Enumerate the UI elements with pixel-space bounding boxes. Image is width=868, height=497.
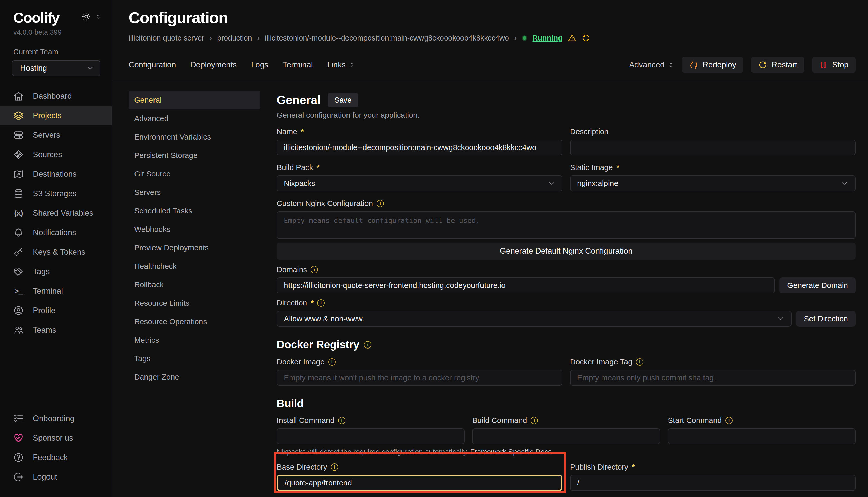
sidebar-item-sources[interactable]: Sources (0, 145, 112, 165)
warning-triangle-icon[interactable] (568, 33, 576, 42)
nixpacks-note: Nixpacks will detect the required config… (277, 448, 856, 455)
subnav-item-metrics[interactable]: Metrics (128, 331, 260, 349)
subnav-item-preview-deployments[interactable]: Preview Deployments (128, 239, 260, 257)
breadcrumb-environment[interactable]: production (217, 34, 252, 42)
buildpack-staticimage-row: Build Pack * Nixpacks Static Image * (277, 155, 856, 191)
sidebar-footer: Onboarding Sponsor us Feedback Logout (0, 409, 112, 487)
direction-select[interactable]: Allow www & non-www. (277, 311, 791, 327)
generate-nginx-button[interactable]: Generate Default Nginx Configuration (277, 243, 856, 259)
theme-select-chevrons-icon[interactable] (95, 13, 101, 20)
sidebar-item-dashboard[interactable]: Dashboard (0, 86, 112, 106)
select-value: Allow www & non-www. (284, 314, 364, 323)
build-command-field: Build Command (472, 410, 660, 444)
stop-button[interactable]: Stop (812, 57, 856, 73)
docker-image-input[interactable] (277, 370, 562, 386)
sidebar-item-feedback[interactable]: Feedback (0, 448, 112, 467)
advanced-label: Advanced (629, 60, 664, 70)
advanced-dropdown[interactable]: Advanced (629, 60, 674, 70)
tab-logs[interactable]: Logs (251, 60, 268, 70)
required-marker: * (301, 127, 304, 136)
set-direction-button[interactable]: Set Direction (796, 311, 856, 327)
base-directory-input[interactable] (277, 475, 562, 491)
subnav-item-resource-limits[interactable]: Resource Limits (128, 294, 260, 312)
docker-image-tag-input[interactable] (570, 370, 856, 386)
sidebar-item-terminal[interactable]: >_ Terminal (0, 281, 112, 301)
sidebar-item-profile[interactable]: Profile (0, 301, 112, 320)
subnav-item-advanced[interactable]: Advanced (128, 109, 260, 128)
sidebar-item-s3-storages[interactable]: S3 Storages (0, 184, 112, 203)
map-icon (13, 169, 24, 180)
name-input[interactable] (277, 140, 562, 155)
domains-input[interactable] (277, 278, 775, 293)
build-pack-select[interactable]: Nixpacks (277, 175, 562, 191)
start-command-input[interactable] (668, 428, 856, 444)
subnav-item-git-source[interactable]: Git Source (128, 165, 260, 183)
subnav-item-scheduled-tasks[interactable]: Scheduled Tasks (128, 202, 260, 220)
select-value: Nixpacks (284, 179, 315, 188)
sidebar-item-destinations[interactable]: Destinations (0, 165, 112, 184)
subnav-item-general[interactable]: General (128, 91, 260, 109)
subnav-item-servers[interactable]: Servers (128, 183, 260, 202)
redeploy-button[interactable]: Redeploy (682, 57, 743, 73)
sun-icon[interactable] (82, 12, 91, 21)
nginx-config-textarea[interactable] (277, 211, 856, 239)
nginx-config-label: Custom Nginx Configuration (277, 199, 856, 208)
tab-label: Deployments (190, 60, 237, 70)
build-commands-row: Install Command Build Command (277, 410, 856, 444)
sidebar-item-servers[interactable]: Servers (0, 125, 112, 145)
generate-domain-button[interactable]: Generate Domain (780, 278, 856, 293)
subnav-item-healthcheck[interactable]: Healthcheck (128, 257, 260, 275)
tab-terminal[interactable]: Terminal (283, 60, 313, 70)
checklist-icon (13, 413, 24, 424)
variable-icon: (x) (13, 208, 24, 219)
sidebar-item-tags[interactable]: Tags (0, 262, 112, 281)
sidebar-item-onboarding[interactable]: Onboarding (0, 409, 112, 428)
chevron-down-icon (841, 180, 849, 187)
build-pack-label: Build Pack * (277, 163, 562, 172)
subnav-item-rollback[interactable]: Rollback (128, 275, 260, 294)
tab-links[interactable]: Links (327, 60, 355, 70)
page-header: Configuration illicitonion quote server … (112, 0, 868, 43)
sidebar-item-logout[interactable]: Logout (0, 467, 112, 487)
sidebar-item-notifications[interactable]: Notifications (0, 223, 112, 242)
save-button[interactable]: Save (328, 93, 358, 107)
tab-deployments[interactable]: Deployments (190, 60, 237, 70)
heading-text: Build (277, 397, 304, 410)
static-image-select[interactable]: nginx:alpine (570, 175, 856, 191)
subnav-item-tags[interactable]: Tags (128, 349, 260, 368)
sidebar-item-teams[interactable]: Teams (0, 320, 112, 340)
install-command-label: Install Command (277, 416, 465, 425)
framework-docs-link[interactable]: Framework Specific Docs (470, 448, 552, 456)
label-text: Docker Image (277, 357, 325, 366)
build-command-input[interactable] (472, 428, 660, 444)
breadcrumb-resource[interactable]: illicitestonion/-module--decomposition:m… (265, 34, 509, 42)
sidebar-item-sponsor-us[interactable]: Sponsor us (0, 428, 112, 448)
name-description-row: Name * Description (277, 119, 856, 155)
subnav-item-webhooks[interactable]: Webhooks (128, 220, 260, 239)
description-label: Description (570, 127, 856, 136)
subnav-item-resource-operations[interactable]: Resource Operations (128, 312, 260, 331)
tab-configuration[interactable]: Configuration (128, 60, 176, 70)
subnav-item-danger-zone[interactable]: Danger Zone (128, 368, 260, 386)
key-icon (13, 246, 24, 258)
publish-directory-label: Publish Directory * (570, 463, 856, 471)
sidebar-item-label: Tags (33, 267, 50, 276)
breadcrumb: illicitonion quote server › production ›… (128, 33, 856, 43)
description-input[interactable] (570, 140, 856, 155)
subnav-item-environment-variables[interactable]: Environment Variables (128, 128, 260, 146)
install-command-input[interactable] (277, 428, 465, 444)
info-icon (331, 464, 338, 471)
sidebar-item-shared-variables[interactable]: (x) Shared Variables (0, 203, 112, 223)
required-marker: * (311, 299, 314, 307)
status-running-link[interactable]: Running (532, 34, 563, 42)
publish-directory-input[interactable] (570, 475, 856, 491)
restart-icon (758, 60, 767, 70)
refresh-icon[interactable] (582, 33, 590, 42)
subnav-item-persistent-storage[interactable]: Persistent Storage (128, 146, 260, 165)
stop-icon (819, 60, 828, 69)
team-select[interactable]: Hosting (12, 60, 100, 76)
breadcrumb-project[interactable]: illicitonion quote server (128, 34, 204, 42)
restart-button[interactable]: Restart (751, 57, 804, 73)
sidebar-item-keys-tokens[interactable]: Keys & Tokens (0, 242, 112, 262)
sidebar-item-projects[interactable]: Projects (0, 106, 112, 125)
